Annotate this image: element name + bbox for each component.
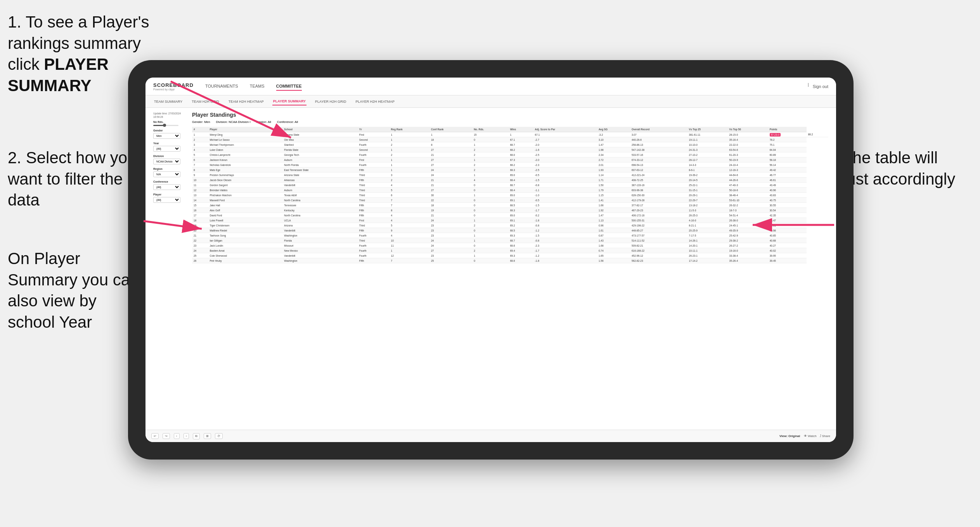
table-cell: 412-179-28 [630,198,687,203]
table-cell: 1 [472,193,509,198]
conference-select[interactable]: (All) [153,184,180,190]
table-cell: 69.3 [509,253,533,258]
table-cell: David Ford [208,213,282,218]
table-cell: 46.77 [768,173,807,178]
redo-btn[interactable]: ↪ [163,433,170,439]
fwd-btn[interactable]: › [184,433,189,439]
table-cell: 14 [192,198,208,203]
nav-signout[interactable]: Sign out [813,83,828,90]
clock-btn[interactable]: ⏱ [215,433,223,439]
table-cell: 67.3 [509,157,533,162]
nav-committee[interactable]: COMMITTEE [276,82,302,91]
toolbar-actions: 👁 Watch ⤴ Share [804,434,830,438]
share-btn[interactable]: ⤴ Share [820,434,830,438]
subnav-player-summary[interactable]: PLAYER SUMMARY [272,98,306,105]
subnav-team-h2h-heatmap[interactable]: TEAM H2H HEATMAP [228,98,265,105]
table-cell: 30 [429,193,472,198]
table-cell: 39.45 [768,258,807,263]
back-btn[interactable]: ‹ [174,433,180,439]
copy-btn[interactable]: ⧉ [193,433,200,439]
table-filters-row: Gender: Men Division: NCAA Division I Re… [192,120,828,124]
slider-track[interactable] [153,125,178,126]
table-cell: 467-29-23 [630,208,687,213]
table-cell: 44-26-6 [728,178,768,183]
table-cell: 27 [429,157,472,162]
paste-btn[interactable]: ⊞ [204,433,211,439]
table-cell: 41.81 [768,223,807,228]
table-cell: Vanderbilt [282,183,358,188]
table-cell: Michael Le Sasso [208,137,282,142]
table-cell: -1.8 [533,258,597,263]
table-cell: 2 [390,178,429,183]
table-cell: 19-11-1 [687,137,728,142]
undo-btn[interactable]: ↩ [151,433,159,439]
table-cell: Vanderbilt [282,253,358,258]
filters-panel: Update time: 27/03/2024 16:56:26 No Rds.… [153,112,186,426]
watch-btn[interactable]: 👁 Watch [804,434,816,438]
table-cell: Missouri [282,243,358,248]
table-cell: 4 [390,213,429,218]
table-cell: Washington [282,258,358,263]
gender-select[interactable]: Men Women [153,133,180,139]
table-cell: 53-61-10 [728,198,768,203]
table-cell: Third [358,193,390,198]
table-cell: 1 [390,168,429,173]
year-select[interactable]: (All) First Second Third Fourth Fifth [153,146,180,152]
table-cell: -0.8 [533,183,597,188]
table-cell: 2 [472,162,509,168]
subnav-player-h2h-heatmap[interactable]: PLAYER H2H HEATMAP [355,98,395,105]
table-scroll-container[interactable]: # Player School Yr Reg Rank Conf Rank No… [192,127,828,263]
table-cell: Phichaksn Maichon [208,193,282,198]
table-cell: 43.49 [768,183,807,188]
table-cell: Fourth [358,233,390,238]
table-cell: 1 [390,147,429,152]
table-cell: 28-12-7 [687,157,728,162]
col-player: Player [208,127,282,132]
table-cell: 42.35 [768,213,807,218]
table-row: 20Matthew RiedelVanderbiltFifth923068.5-… [192,228,828,233]
table-cell: Cole Sherwood [208,253,282,258]
table-cell: 6 [192,157,208,162]
table-cell: Matthew Riedel [208,228,282,233]
table-cell: Fourth [358,142,390,147]
table-cell: 68.0 [509,152,533,157]
subnav-team-h2h-grid[interactable]: TEAM H2H GRID [191,98,220,105]
table-row: 5Christo LamprechtGeorgia TechFourth2212… [192,152,828,157]
subnav-player-h2h-grid[interactable]: PLAYER H2H GRID [314,98,347,105]
table-cell: -1.2 [533,253,597,258]
table-cell: 68.7 [509,238,533,243]
player-select[interactable]: (All) [153,197,180,203]
table-cell: 21 [429,183,472,188]
table-cell: 4 [390,218,429,223]
table-cell: 13-18-2 [687,203,728,208]
table-cell: 68.7 [509,183,533,188]
col-avg-sg: Avg SG [597,127,630,132]
table-cell: 1.47 [597,213,630,218]
nav-tournaments[interactable]: TOURNAMENTS [205,82,238,91]
col-top50: Vs Top 50 [728,127,768,132]
table-cell: 20-29-1 [687,193,728,198]
table-cell: 33-38-4 [728,253,768,258]
table-cell: 21 [429,213,472,218]
gender-filter-label: Gender [153,129,186,132]
table-cell: -1.7 [533,248,597,253]
region-select[interactable]: N/A All [153,171,180,177]
table-cell: 9 [390,228,429,233]
table-cell: Jacob Skov Olesen [208,178,282,183]
table-cell: 12-16-3 [728,168,768,173]
division-select[interactable]: NCAA Division I NCAA Division II NCAA Di… [153,159,180,164]
nav-teams[interactable]: TEAMS [250,82,265,91]
table-cell: 23 [192,243,208,248]
table-cell: -0.8 [533,238,597,243]
table-cell: Texas A&M [282,193,358,198]
table-cell: 16 [192,208,208,213]
subnav-team-summary[interactable]: TEAM SUMMARY [153,98,183,105]
table-cell: East Tennessee State [282,168,358,173]
table-cell: 3 [192,142,208,147]
table-row: 17David FordNorth CarolinaFifth421069.0-… [192,213,828,218]
table-cell: 452-96-12 [630,253,687,258]
table-cell: 10-10-0 [687,142,728,147]
table-cell: 412-221-24 [630,173,687,178]
table-cell: 25-22-1 [687,183,728,188]
table-cell: 68.6 [509,258,533,263]
